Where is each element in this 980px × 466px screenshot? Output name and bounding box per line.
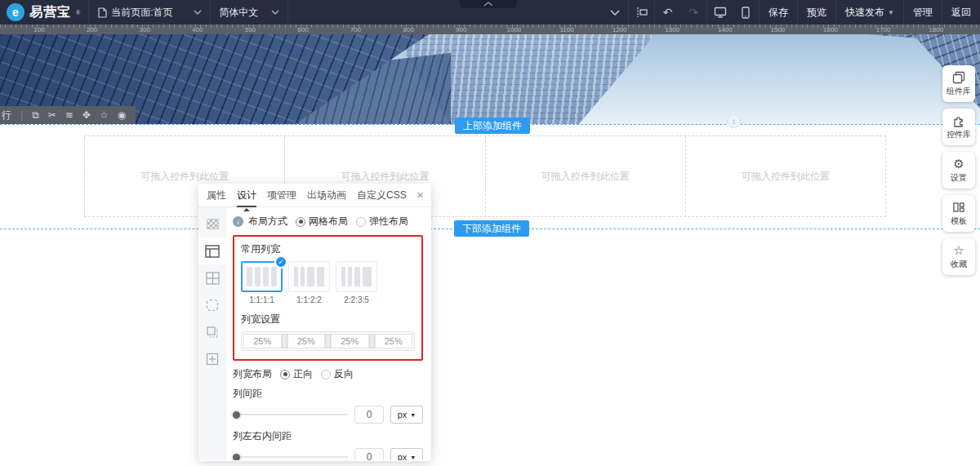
flex-layout-option[interactable]: 弹性布局 bbox=[356, 215, 408, 229]
slider-label: 列间距 bbox=[233, 387, 423, 401]
direction-label: 列宽布局 bbox=[233, 367, 272, 381]
toolbar-collapse-handle[interactable] bbox=[460, 0, 517, 8]
horizontal-padding-value-input[interactable] bbox=[354, 448, 384, 460]
manage-button[interactable]: 管理 bbox=[903, 0, 942, 24]
favorites-button[interactable]: ☆ 收藏 bbox=[942, 238, 975, 275]
radio-flex-layout[interactable] bbox=[356, 217, 366, 227]
row-resize-handle[interactable]: ↕ bbox=[727, 114, 741, 128]
quick-publish-button[interactable]: 快速发布▼ bbox=[835, 0, 903, 24]
slider-thumb[interactable] bbox=[233, 411, 240, 419]
layers-icon[interactable]: ≋ bbox=[65, 109, 74, 121]
column-dropzone-3[interactable]: 可拖入控件到此位置 bbox=[486, 136, 686, 216]
undo-icon[interactable]: ↶ bbox=[654, 0, 680, 24]
rail-grid-icon[interactable] bbox=[198, 264, 226, 291]
rail-shadow-icon[interactable] bbox=[198, 318, 226, 345]
toolbar-actions: ↶ ↷ 保存 预览 快速发布▼ 管理 返回 bbox=[602, 0, 980, 24]
component-library-button[interactable]: 组件库 bbox=[942, 65, 975, 102]
width-resize-handle[interactable] bbox=[325, 334, 331, 348]
template-button[interactable]: 模板 bbox=[942, 195, 975, 232]
column-gap-value-input[interactable] bbox=[354, 406, 384, 424]
row-toolbar: 行 | ⧉ ✂ ≋ ✥ ☆ ◉ bbox=[0, 106, 136, 124]
settings-button[interactable]: ⚙ 设置 bbox=[942, 152, 975, 189]
radio-grid-layout[interactable] bbox=[296, 217, 305, 227]
back-button[interactable]: 返回 bbox=[942, 0, 980, 24]
save-button[interactable]: 保存 bbox=[759, 0, 797, 24]
chevron-down-icon[interactable] bbox=[602, 0, 628, 24]
cut-icon[interactable]: ✂ bbox=[48, 109, 56, 121]
column-gap-slider[interactable] bbox=[233, 411, 348, 419]
favorite-icon[interactable]: ☆ bbox=[100, 109, 109, 121]
add-component-above-button[interactable]: 上部添加组件 bbox=[455, 118, 530, 134]
width-settings-title: 列宽设置 bbox=[241, 313, 415, 326]
preset-2-2-3-5[interactable]: 2:2:3:5 bbox=[336, 261, 377, 304]
info-icon: i bbox=[233, 216, 243, 227]
move-icon[interactable]: ✥ bbox=[82, 109, 91, 121]
guides-icon[interactable] bbox=[628, 0, 654, 24]
close-icon[interactable]: × bbox=[416, 188, 424, 202]
components-icon bbox=[952, 70, 965, 84]
right-toolbar: 组件库 控件库 ⚙ 设置 模板 ☆ 收藏 bbox=[942, 65, 975, 275]
visibility-icon[interactable]: ◉ bbox=[118, 109, 126, 121]
column-direction-row: 列宽布局 正向 反向 bbox=[233, 367, 423, 381]
puzzle-icon bbox=[952, 113, 965, 127]
current-page-dropdown[interactable]: 当前页面:首页 bbox=[88, 0, 211, 24]
column-gap-unit-select[interactable]: px▼ bbox=[390, 406, 423, 424]
width-resize-handle[interactable] bbox=[282, 334, 287, 348]
hero-banner-image bbox=[0, 33, 980, 125]
column-gap-group: 列间距 px▼ bbox=[233, 387, 423, 424]
tab-properties[interactable]: 属性 bbox=[207, 184, 226, 207]
registered-mark: ® bbox=[76, 10, 80, 16]
desktop-view-icon[interactable] bbox=[706, 0, 733, 24]
preview-button[interactable]: 预览 bbox=[797, 0, 835, 24]
rail-spacing-icon[interactable] bbox=[198, 345, 226, 372]
common-widths-title: 常用列宽 bbox=[241, 242, 415, 256]
tab-custom-css[interactable]: 自定义CSS bbox=[357, 184, 407, 207]
grid-row[interactable]: 可拖入控件到此位置 可拖入控件到此位置 可拖入控件到此位置 可拖入控件到此位置 bbox=[0, 124, 980, 229]
rail-button-label: 设置 bbox=[951, 172, 967, 184]
grid-layout-option[interactable]: 网格布局 bbox=[296, 215, 348, 229]
app-logo: e 易营宝 ® bbox=[0, 3, 88, 21]
rail-button-label: 控件库 bbox=[947, 129, 971, 140]
tab-design[interactable]: 设计 bbox=[237, 184, 256, 207]
chevron-down-icon bbox=[194, 10, 202, 15]
radio-forward[interactable] bbox=[280, 370, 290, 379]
redo-icon[interactable]: ↷ bbox=[680, 0, 706, 24]
control-library-button[interactable]: 控件库 bbox=[942, 109, 975, 145]
column-width-inputs bbox=[241, 331, 415, 351]
dropzone-hint: 可拖入控件到此位置 bbox=[742, 170, 830, 184]
gear-icon: ⚙ bbox=[953, 157, 964, 171]
horizontal-padding-slider[interactable] bbox=[233, 453, 348, 460]
dialog-side-rail bbox=[198, 207, 226, 460]
rail-layout-icon[interactable] bbox=[198, 237, 226, 264]
column-dropzone-4[interactable]: 可拖入控件到此位置 bbox=[686, 136, 885, 216]
width-input-2[interactable] bbox=[287, 334, 326, 348]
width-input-1[interactable] bbox=[243, 334, 282, 348]
page-icon bbox=[97, 7, 107, 18]
horizontal-padding-unit-select[interactable]: px▼ bbox=[390, 448, 423, 460]
slider-thumb[interactable] bbox=[233, 454, 240, 461]
language-dropdown[interactable]: 简体中文 bbox=[211, 0, 288, 24]
mobile-view-icon[interactable] bbox=[733, 0, 759, 24]
width-resize-handle[interactable] bbox=[369, 334, 375, 348]
tab-item-management[interactable]: 项管理 bbox=[267, 184, 296, 207]
divider: | bbox=[20, 109, 23, 121]
reverse-option[interactable]: 反向 bbox=[321, 367, 354, 381]
rail-background-icon[interactable] bbox=[198, 211, 226, 237]
row-settings-dialog: 属性 设计 项管理 出场动画 自定义CSS × bbox=[198, 184, 431, 461]
horizontal-padding-group: 列左右内间距 px▼ bbox=[233, 429, 423, 460]
forward-option[interactable]: 正向 bbox=[280, 367, 313, 381]
chevron-down-icon: ▼ bbox=[888, 9, 894, 16]
copy-icon[interactable]: ⧉ bbox=[32, 109, 39, 121]
chevron-down-icon: ▼ bbox=[410, 455, 416, 460]
logo-icon: e bbox=[7, 3, 24, 21]
add-component-below-button[interactable]: 下部添加组件 bbox=[454, 220, 529, 237]
tab-entrance-animation[interactable]: 出场动画 bbox=[307, 184, 346, 207]
preset-1-1-1-1[interactable]: ✓ 1:1:1:1 bbox=[241, 261, 283, 304]
horizontal-ruler: 1002003004005006007008009001000110012001… bbox=[0, 24, 980, 34]
rail-button-label: 收藏 bbox=[951, 259, 967, 270]
radio-reverse[interactable] bbox=[321, 370, 331, 379]
rail-border-radius-icon[interactable] bbox=[198, 291, 226, 318]
width-input-3[interactable] bbox=[331, 334, 369, 348]
preset-1-1-2-2[interactable]: 1:1:2:2 bbox=[288, 261, 330, 304]
width-input-4[interactable] bbox=[375, 334, 413, 348]
